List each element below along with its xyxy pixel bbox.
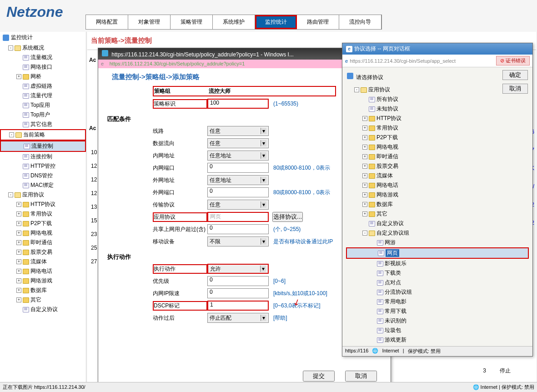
input-field[interactable]: 网页 — [207, 212, 269, 222]
tree-item[interactable]: 自定义协议 — [346, 219, 529, 228]
tree-item[interactable]: +网络游戏 — [346, 190, 529, 200]
tree-item[interactable]: DNS管控 — [0, 171, 86, 181]
select-field[interactable]: 任意地址 — [207, 151, 269, 161]
ok-button[interactable]: 确定 — [502, 70, 528, 80]
expand-toggle[interactable]: + — [362, 154, 367, 159]
tree-item[interactable]: 网游 — [346, 238, 529, 247]
expand-toggle[interactable]: - — [9, 132, 14, 137]
tree-item[interactable]: -自定义协议组 — [346, 228, 529, 238]
expand-toggle[interactable]: + — [362, 126, 367, 131]
tree-item[interactable]: +其它 — [346, 209, 529, 219]
tree-item[interactable]: +流媒体 — [346, 171, 529, 181]
select-field[interactable]: 任意地址 — [207, 175, 269, 185]
tree-root[interactable]: 监控统计 — [0, 32, 86, 43]
select-field[interactable]: 允许 — [207, 264, 269, 274]
tree-item[interactable]: 垃圾包 — [346, 326, 529, 335]
tab-1[interactable]: 对象管理 — [128, 15, 171, 29]
tree-item[interactable]: 影视娱乐 — [346, 259, 529, 268]
expand-toggle[interactable]: + — [362, 173, 367, 178]
input-field[interactable]: 0 — [207, 288, 269, 298]
tree-item[interactable]: 其它信息 — [0, 120, 86, 129]
select-field[interactable]: 不限 — [207, 236, 269, 246]
input-field[interactable]: 100 — [207, 99, 269, 109]
tab-6[interactable]: 流控向导 — [339, 15, 381, 29]
tree-item[interactable]: -系统概况 — [0, 43, 86, 53]
expand-toggle[interactable]: - — [8, 192, 13, 197]
cancel-button[interactable]: 取消 — [345, 371, 377, 382]
tab-4[interactable]: 监控统计 — [255, 15, 297, 29]
expand-toggle[interactable]: + — [362, 135, 367, 140]
tree-item[interactable]: +即时通信 — [346, 152, 529, 161]
expand-toggle[interactable]: + — [16, 231, 21, 236]
dialog-titlebar[interactable]: e 协议选择 -- 网页对话框 — [342, 43, 532, 55]
input-field[interactable]: 0 — [207, 187, 269, 197]
expand-toggle[interactable]: + — [362, 116, 367, 121]
tab-0[interactable]: 网络配置 — [86, 15, 128, 29]
tree-item[interactable]: +网络电话 — [0, 266, 86, 276]
tree-item[interactable]: 连接控制 — [0, 152, 86, 161]
tree-item[interactable]: 流量概况 — [0, 53, 86, 62]
tree-item[interactable]: MAC绑定 — [0, 181, 86, 190]
expand-toggle[interactable]: + — [362, 183, 367, 188]
tree-item[interactable]: 常用电影 — [346, 297, 529, 307]
tree-item[interactable]: 流量代理 — [0, 91, 86, 101]
tree-item[interactable]: 未识别的 — [346, 316, 529, 326]
tree-item[interactable]: 网络接口 — [0, 62, 86, 72]
expand-toggle[interactable]: + — [16, 297, 21, 302]
tree-item[interactable]: Top应用 — [0, 101, 86, 110]
expand-toggle[interactable]: + — [16, 74, 21, 79]
tree-item[interactable]: 未知协议 — [346, 104, 529, 114]
expand-toggle[interactable]: + — [16, 221, 21, 226]
tree-item[interactable]: +网络电视 — [346, 142, 529, 152]
expand-toggle[interactable]: + — [362, 192, 367, 197]
tree-item[interactable]: +网络电话 — [346, 181, 529, 190]
tree-item[interactable]: 流量控制 — [1, 141, 85, 151]
tree-item[interactable]: +网络游戏 — [0, 276, 86, 286]
input-field[interactable]: 0 — [207, 163, 269, 173]
tree-item[interactable]: 自定义协议 — [0, 305, 86, 314]
tree-item[interactable]: Top用户 — [0, 110, 86, 120]
tree-item[interactable]: 游戏更新 — [346, 335, 529, 345]
tab-3[interactable]: 系统维护 — [213, 15, 255, 29]
tree-item[interactable]: 虚拟链路 — [0, 81, 86, 91]
expand-toggle[interactable]: + — [16, 288, 21, 293]
tree-item[interactable]: +网桥 — [0, 72, 86, 81]
tree-item[interactable]: 分流协议组 — [346, 287, 529, 297]
expand-toggle[interactable]: + — [362, 145, 367, 150]
expand-toggle[interactable]: + — [16, 211, 21, 216]
input-field[interactable]: 1 — [207, 301, 269, 311]
expand-toggle[interactable]: + — [16, 278, 21, 283]
tree-item[interactable]: +流媒体 — [0, 257, 86, 266]
expand-toggle[interactable]: + — [16, 240, 21, 245]
tree-item[interactable]: 网页 — [347, 248, 528, 258]
expand-toggle[interactable]: + — [362, 202, 367, 207]
input-field[interactable]: 0 — [207, 276, 269, 286]
tree-item[interactable]: +股票交易 — [346, 161, 529, 171]
expand-toggle[interactable]: + — [362, 164, 367, 169]
tree-item[interactable]: -应用协议 — [0, 190, 86, 200]
tree-item[interactable]: +P2P下载 — [346, 133, 529, 142]
expand-toggle[interactable]: + — [16, 202, 21, 207]
expand-toggle[interactable]: + — [16, 269, 21, 274]
tree-item[interactable]: 常用下载 — [346, 307, 529, 316]
tree-item[interactable]: +数据库 — [346, 200, 529, 209]
tree-item[interactable]: 所有协议 — [346, 95, 529, 104]
tree-item[interactable]: -当前策略 — [1, 130, 85, 140]
expand-toggle[interactable]: + — [16, 259, 21, 264]
tree-item[interactable]: +常用协议 — [346, 123, 529, 133]
expand-toggle[interactable]: - — [354, 87, 359, 92]
expand-toggle[interactable]: + — [16, 250, 21, 255]
expand-toggle[interactable]: - — [8, 45, 13, 50]
submit-button[interactable]: 提交 — [303, 371, 335, 382]
select-protocol-button[interactable]: 选择协议... — [272, 212, 303, 222]
tree-item[interactable]: +P2P下载 — [0, 219, 86, 228]
expand-toggle[interactable]: + — [362, 211, 367, 216]
tree-item[interactable]: +常用协议 — [0, 209, 86, 219]
expand-toggle[interactable]: - — [362, 231, 367, 236]
input-field[interactable]: 0 — [207, 224, 269, 234]
tree-item[interactable]: 下载类 — [346, 268, 529, 278]
tree-item[interactable]: +网络电视 — [0, 228, 86, 238]
tree-item[interactable]: +HTTP协议 — [346, 114, 529, 123]
cancel-button[interactable]: 取消 — [502, 84, 528, 94]
select-field[interactable]: 任意 — [207, 126, 269, 136]
